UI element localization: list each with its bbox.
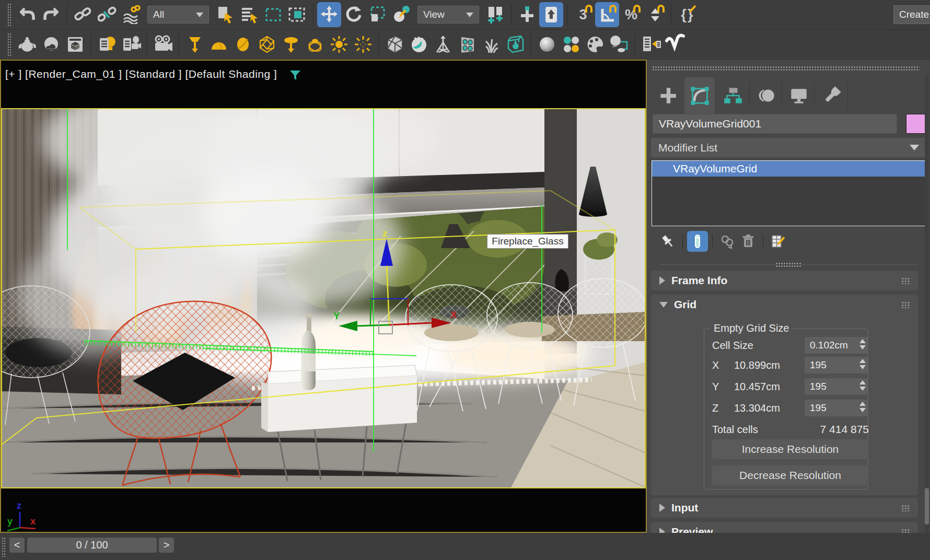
light-panel-icon[interactable] (455, 32, 479, 57)
cell-size-spinner[interactable]: 0.102cm (805, 337, 868, 354)
material-editor-icon[interactable] (559, 32, 583, 57)
spinner-arrows[interactable] (859, 380, 866, 391)
y-cells-spinner[interactable]: 195 (805, 378, 868, 395)
target-light-icon[interactable] (183, 32, 207, 57)
make-unique-button[interactable] (717, 231, 738, 252)
viewport-label[interactable]: [+ ] [Render_Cam_01 ] [Standard ] [Defau… (5, 68, 277, 80)
vray-volumegrid-icon[interactable] (503, 32, 527, 57)
modifier-stack[interactable]: VRayVolumeGrid (652, 160, 927, 226)
viewport[interactable]: [+ ] [Render_Cam_01 ] [Standard ] [Defau… (0, 60, 647, 533)
configure-modifier-sets-button[interactable] (768, 231, 788, 252)
spinner-arrows[interactable] (859, 359, 866, 369)
spinner-arrows[interactable] (859, 339, 866, 349)
rollout-frame-info-header[interactable]: Frame Info (651, 271, 918, 290)
pivot-center-icon[interactable] (483, 2, 507, 27)
modifier-stack-entry[interactable]: VRayVolumeGrid (652, 161, 926, 177)
decrease-resolution-button[interactable]: Decrease Resolution (712, 465, 869, 486)
sphere-env-icon[interactable] (407, 32, 431, 57)
sun-light-icon[interactable] (327, 32, 351, 57)
render-setup-icon[interactable] (63, 32, 87, 57)
rollout-input-header[interactable]: Input (651, 498, 918, 518)
disc-light-icon[interactable] (279, 32, 303, 57)
rollout-preview-header[interactable]: Preview (651, 522, 918, 533)
toolbar-drag-handle[interactable] (7, 3, 11, 26)
tab-hierarchy[interactable] (718, 77, 748, 114)
named-selection-sets-icon[interactable]: { } (675, 2, 699, 27)
material-sphere-icon[interactable] (535, 32, 559, 57)
window-crossing-icon[interactable] (285, 2, 309, 27)
video-camera-icon[interactable] (151, 32, 175, 57)
toolbar-drag-handle[interactable] (7, 33, 11, 56)
cube-primitive-icon[interactable] (383, 32, 407, 57)
angle-snap-icon[interactable] (595, 2, 619, 27)
camera-lister-icon[interactable] (119, 32, 143, 57)
ref-coord-dropdown[interactable]: View (417, 6, 479, 24)
camera-create-icon[interactable] (431, 32, 455, 57)
select-object-icon[interactable] (213, 2, 237, 27)
light-lister-icon[interactable] (95, 32, 119, 57)
next-frame-button[interactable]: > (159, 538, 174, 553)
scale-icon[interactable] (365, 2, 389, 27)
create-selection-set-field[interactable]: Create (893, 5, 930, 24)
sphere-light-icon[interactable] (231, 32, 255, 57)
rollout-grip-icon[interactable] (901, 277, 910, 284)
tab-display[interactable] (784, 77, 814, 114)
panel-scrollbar[interactable] (925, 75, 929, 533)
mesh-light-icon[interactable] (303, 32, 327, 57)
select-manipulate-icon[interactable] (515, 2, 539, 27)
select-by-name-icon[interactable] (237, 2, 261, 27)
remove-modifier-button[interactable] (738, 231, 759, 252)
time-slider[interactable]: 0 / 100 (27, 538, 157, 553)
rollout-grip-icon[interactable] (901, 301, 910, 308)
material-assign-icon[interactable] (607, 32, 631, 57)
rotate-icon[interactable] (341, 2, 365, 27)
redo-icon[interactable] (39, 2, 63, 27)
tab-modify[interactable] (684, 77, 715, 114)
rollout-grip-icon[interactable] (901, 529, 910, 533)
rollout-frame-info: Frame Info (651, 271, 918, 290)
hierarchy-icon (723, 85, 743, 106)
modifier-list-dropdown[interactable]: Modifier List (651, 138, 926, 157)
spinner-snap-icon[interactable] (643, 2, 667, 27)
scrollbar-thumb[interactable] (925, 488, 929, 524)
z-cells-spinner[interactable]: 195 (805, 400, 868, 416)
panel-drag-handle[interactable] (652, 66, 920, 71)
tab-motion[interactable] (751, 77, 782, 114)
filter-funnel-icon[interactable] (289, 70, 301, 81)
batch-render-icon[interactable] (639, 32, 663, 57)
vray-logo-icon[interactable] (663, 32, 687, 57)
grass-icon[interactable] (479, 32, 503, 57)
geosphere-light-icon[interactable] (255, 32, 279, 57)
selection-filter-dropdown[interactable]: All (147, 6, 209, 24)
move-icon[interactable] (317, 2, 341, 27)
tab-create[interactable] (653, 77, 683, 114)
snap-3d-icon[interactable]: 3 (571, 2, 595, 27)
percent-snap-icon[interactable]: % (619, 2, 643, 27)
toolbar-drag-handle[interactable] (2, 537, 6, 557)
rollout-grip-icon[interactable] (901, 505, 910, 511)
bind-spacewarp-icon[interactable] (119, 2, 143, 27)
unlink-icon[interactable] (95, 2, 119, 27)
select-place-icon[interactable] (389, 2, 413, 27)
pin-stack-button[interactable] (657, 231, 678, 252)
command-panel-tabs (647, 75, 930, 114)
spinner-arrows[interactable] (859, 402, 866, 412)
rect-selection-icon[interactable] (261, 2, 285, 27)
object-name-field[interactable]: VRayVolumeGrid001 (653, 114, 897, 134)
show-end-result-button[interactable] (687, 231, 708, 252)
palette-icon[interactable] (583, 32, 607, 57)
cloud-render-icon[interactable] (39, 32, 63, 57)
dome-light-icon[interactable] (207, 32, 231, 57)
x-cells-spinner[interactable]: 195 (805, 357, 868, 374)
keyboard-override-icon[interactable] (539, 2, 563, 27)
tab-utilities[interactable] (816, 77, 846, 114)
object-color-swatch[interactable] (906, 114, 925, 134)
undo-icon[interactable] (15, 2, 39, 27)
increase-resolution-button[interactable]: Increase Resolution (712, 439, 869, 460)
teapot-render-icon[interactable] (15, 32, 39, 57)
link-icon[interactable] (71, 2, 95, 27)
ies-light-icon[interactable] (351, 32, 375, 57)
render-view[interactable]: z Y X (1, 108, 646, 488)
prev-frame-button[interactable]: < (9, 538, 25, 553)
rollout-grid-header[interactable]: Grid (651, 295, 918, 314)
